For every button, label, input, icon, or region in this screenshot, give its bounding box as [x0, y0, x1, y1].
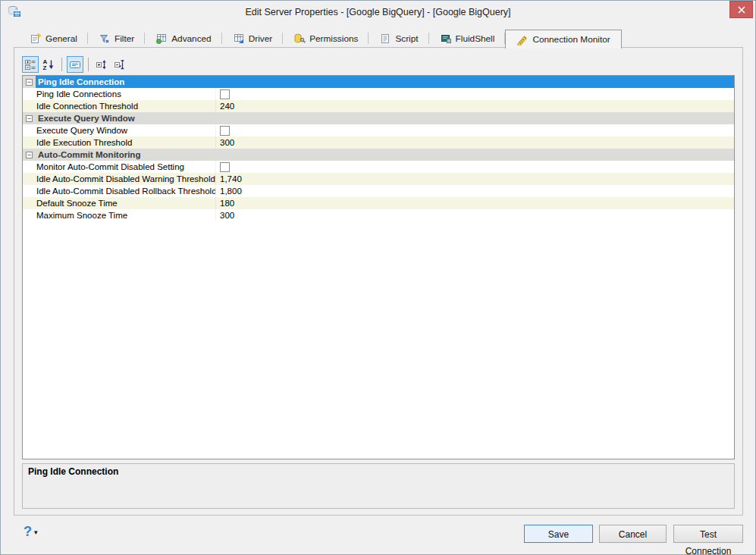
test-connection-button[interactable]: Test Connection [673, 525, 743, 543]
category-title: Ping Idle Connection [36, 76, 734, 88]
category-expander[interactable]: − [23, 149, 36, 161]
tab-label: Filter [114, 33, 134, 44]
script-page-icon [379, 33, 391, 45]
property-value[interactable]: 180 [215, 197, 734, 209]
property-name: Idle Auto-Commit Disabled Warning Thresh… [36, 173, 215, 185]
property-value[interactable]: 300 [215, 209, 734, 221]
collapse-all-button[interactable] [111, 56, 128, 73]
property-row[interactable]: Idle Auto-Commit Disabled Warning Thresh… [23, 173, 734, 185]
row-gutter [23, 197, 36, 209]
property-row[interactable]: Maximum Snooze Time300 [23, 209, 734, 221]
property-row[interactable]: Execute Query Window [23, 124, 734, 136]
row-gutter [23, 173, 36, 185]
terminal-icon [440, 33, 452, 45]
category-title: Execute Query Window [36, 112, 734, 124]
show-description-button[interactable] [67, 56, 83, 73]
tab-fluidshell[interactable]: FluidShell [429, 30, 506, 48]
property-grid[interactable]: −Ping Idle ConnectionPing Idle Connectio… [22, 75, 735, 459]
property-value[interactable]: 1,800 [215, 185, 734, 197]
close-icon [737, 5, 746, 14]
tab-general[interactable]: General [19, 30, 88, 48]
save-button[interactable]: Save [524, 525, 593, 543]
filter-funnel-icon [99, 33, 111, 45]
tab-advanced[interactable]: Advanced [145, 30, 221, 48]
row-gutter [23, 88, 36, 100]
category-row[interactable]: −Execute Query Window [23, 112, 734, 124]
row-gutter [23, 100, 36, 112]
category-row[interactable]: −Auto-Commit Monitoring [23, 149, 734, 161]
property-name: Maximum Snooze Time [36, 209, 215, 221]
tab-label: Script [395, 33, 418, 44]
window-title: Edit Server Properties - [Google BigQuer… [1, 1, 755, 24]
property-name: Ping Idle Connections [36, 88, 215, 100]
property-value[interactable] [215, 124, 734, 136]
property-name: Idle Auto-Commit Disabled Rollback Thres… [36, 185, 215, 197]
tab-label: FluidShell [456, 33, 495, 44]
expand-all-icon [96, 58, 108, 71]
property-row[interactable]: Idle Connection Threshold240 [23, 100, 734, 112]
description-panel: Ping Idle Connection [22, 463, 735, 509]
property-name: Execute Query Window [36, 124, 215, 136]
property-name: Idle Execution Threshold [36, 136, 215, 149]
tab-label: General [45, 33, 77, 44]
property-name: Idle Connection Threshold [36, 100, 215, 112]
collapse-minus-icon[interactable]: − [26, 79, 33, 86]
category-row[interactable]: −Ping Idle Connection [23, 76, 734, 88]
property-name: Monitor Auto-Commit Disabled Setting [36, 161, 215, 173]
alphabetical-sort-button[interactable]: A Z [40, 56, 57, 73]
property-value[interactable]: 300 [215, 136, 734, 149]
collapse-minus-icon[interactable]: − [26, 115, 33, 122]
connection-monitor-tab-page: A Z [14, 47, 743, 516]
tab-strip: General Filter Advanced Driver [19, 30, 622, 48]
property-grid-toolbar: A Z [22, 55, 128, 74]
property-row[interactable]: Monitor Auto-Commit Disabled Setting [23, 161, 734, 173]
help-icon: ? [24, 524, 32, 539]
cancel-button[interactable]: Cancel [599, 525, 667, 543]
chevron-down-icon: ▾ [34, 528, 38, 536]
tab-permissions[interactable]: Permissions [283, 30, 369, 48]
monitor-pencil-icon [516, 33, 529, 45]
row-gutter [23, 161, 36, 173]
tab-driver[interactable]: Driver [222, 30, 283, 48]
categorized-view-button[interactable] [22, 56, 39, 73]
collapse-all-icon [114, 58, 126, 71]
property-row[interactable]: Idle Auto-Commit Disabled Rollback Thres… [23, 185, 734, 197]
toolbar-separator [61, 58, 62, 71]
description-title: Ping Idle Connection [28, 466, 729, 477]
categorized-view-icon [24, 58, 36, 71]
row-gutter [23, 185, 36, 197]
category-expander[interactable]: − [23, 76, 36, 88]
checkbox[interactable] [220, 126, 230, 136]
form-star-icon [30, 33, 42, 45]
yellow-db-key-icon [293, 33, 306, 45]
property-value[interactable]: 1,740 [215, 173, 734, 185]
property-row[interactable]: Default Snooze Time180 [23, 197, 734, 209]
tab-label: Permissions [309, 33, 358, 44]
checkbox[interactable] [220, 162, 230, 172]
property-row[interactable]: Ping Idle Connections [23, 88, 734, 100]
property-value[interactable] [215, 161, 734, 173]
checkbox[interactable] [220, 89, 230, 99]
help-menu-button[interactable]: ? ▾ [24, 524, 38, 539]
svg-text:Z: Z [43, 64, 47, 71]
property-row[interactable]: Idle Execution Threshold300 [23, 136, 734, 149]
category-expander[interactable]: − [23, 112, 36, 124]
tab-script[interactable]: Script [369, 30, 428, 48]
edit-server-properties-dialog: Edit Server Properties - [Google BigQuer… [0, 0, 756, 555]
close-button[interactable] [729, 1, 753, 18]
title-bar: Edit Server Properties - [Google BigQuer… [1, 1, 755, 24]
tab-filter[interactable]: Filter [88, 30, 145, 48]
collapse-minus-icon[interactable]: − [26, 152, 33, 158]
alphabetical-sort-icon: A Z [42, 58, 55, 71]
row-gutter [23, 209, 36, 221]
tab-label: Driver [249, 33, 272, 44]
tab-connection-monitor[interactable]: Connection Monitor [505, 30, 621, 49]
grid-blue-arrow-icon [233, 33, 245, 45]
expand-all-button[interactable] [93, 56, 110, 73]
property-value[interactable] [215, 88, 734, 100]
description-panel-icon [69, 58, 81, 71]
property-value[interactable]: 240 [215, 100, 734, 112]
row-gutter [23, 136, 36, 149]
property-name: Default Snooze Time [36, 197, 215, 209]
tab-label: Connection Monitor [532, 34, 610, 45]
